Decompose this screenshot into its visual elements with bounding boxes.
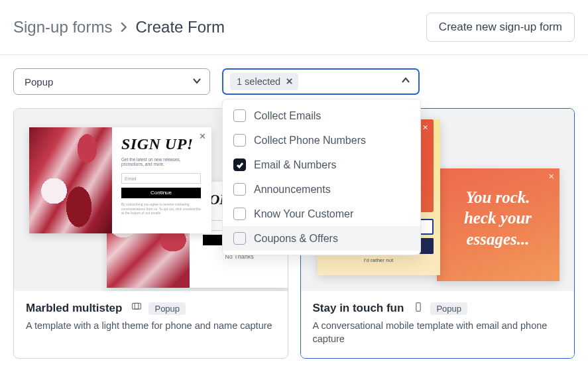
option-label: Email & Numbers: [254, 159, 336, 171]
close-icon: ✕: [199, 131, 206, 141]
close-icon[interactable]: [286, 76, 293, 87]
checkbox-icon: [233, 208, 246, 220]
preview-input: Email: [121, 173, 201, 184]
tags-dropdown: Collect Emails Collect Phone Numbers Ema…: [222, 99, 421, 255]
template-tag: Popup: [430, 302, 467, 315]
type-select-value: Popup: [25, 76, 53, 88]
preview-line: essages...: [466, 230, 529, 248]
desktop-icon: [131, 302, 142, 315]
checkbox-icon: [233, 134, 246, 147]
template-tag: Popup: [148, 302, 186, 315]
filter-chip[interactable]: 1 selected: [230, 73, 298, 90]
checkbox-checked-icon: [233, 158, 246, 171]
template-title: Marbled multistep: [26, 302, 122, 315]
preview-optout: I'd rather not: [318, 257, 440, 263]
preview-popup-back: ✕ You rock. heck your essages...: [437, 168, 559, 281]
tags-multiselect[interactable]: 1 selected: [222, 68, 420, 95]
svg-rect-0: [133, 303, 141, 309]
preview-headline: SIGN UP!: [121, 135, 201, 153]
checkbox-icon: [233, 109, 246, 122]
template-description: A conversational mobile template with em…: [313, 319, 563, 346]
close-icon: ✕: [422, 123, 428, 132]
option-label: Collect Phone Numbers: [254, 135, 366, 147]
preview-line: heck your: [464, 209, 532, 227]
preview-cta: Continue: [121, 188, 201, 198]
preview-line: You rock.: [465, 188, 530, 206]
option-label: Collect Emails: [254, 110, 321, 122]
template-description: A template with a light theme for phone …: [26, 319, 276, 332]
option-collect-emails[interactable]: Collect Emails: [223, 103, 420, 128]
breadcrumb-current: Create Form: [135, 18, 225, 36]
breadcrumb-parent[interactable]: Sign-up forms: [13, 18, 112, 36]
option-label: Coupons & Offers: [254, 233, 338, 245]
option-email-and-numbers[interactable]: Email & Numbers: [223, 153, 420, 177]
option-collect-phone-numbers[interactable]: Collect Phone Numbers: [223, 128, 420, 153]
checkbox-icon: [233, 183, 246, 196]
filter-chip-label: 1 selected: [237, 76, 280, 87]
type-select[interactable]: Popup: [13, 68, 210, 95]
option-label: Know Your Customer: [254, 208, 353, 220]
template-title: Stay in touch fun: [313, 302, 404, 315]
mobile-icon: [413, 302, 424, 315]
preview-disclaimer: By subscribing you agree to receive mark…: [121, 202, 201, 216]
svg-rect-2: [416, 303, 420, 312]
option-coupons-and-offers[interactable]: Coupons & Offers: [223, 226, 420, 251]
chevron-down-icon: [192, 76, 202, 88]
preview-popup-front: ✕ SIGN UP! Get the latest on new release…: [29, 127, 211, 233]
option-announcements[interactable]: Announcements: [223, 177, 420, 202]
option-know-your-customer[interactable]: Know Your Customer: [223, 202, 420, 226]
svg-rect-1: [135, 303, 139, 309]
create-form-button[interactable]: Create new sign-up form: [426, 13, 575, 42]
breadcrumb: Sign-up forms Create Form: [13, 18, 225, 36]
close-icon: ✕: [548, 172, 554, 181]
chevron-right-icon: [120, 21, 127, 33]
preview-subtext: Get the latest on new releases, promotio…: [121, 157, 201, 166]
option-label: Announcements: [254, 184, 331, 196]
chevron-up-icon: [401, 76, 410, 88]
checkbox-icon: [233, 232, 246, 245]
